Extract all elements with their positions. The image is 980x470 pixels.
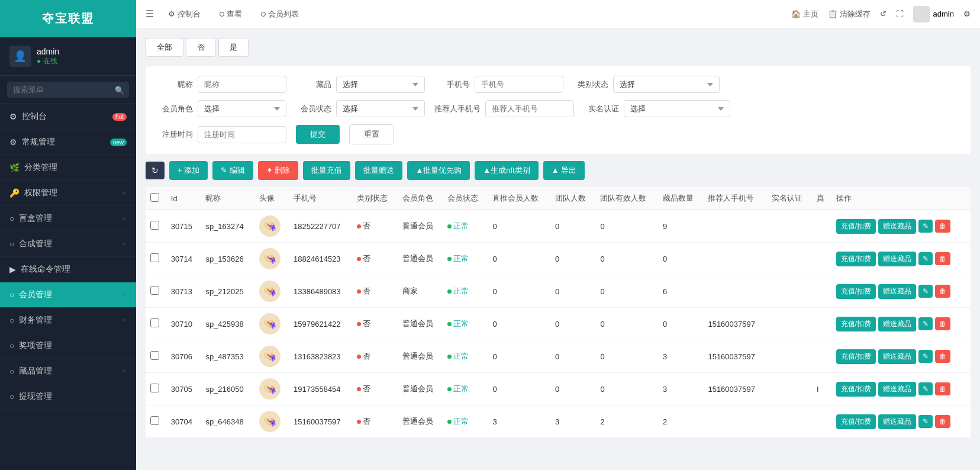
topnav-icon-2[interactable]: ⛶ [896, 9, 904, 18]
referrer-input[interactable] [485, 100, 574, 117]
batch-send-button[interactable]: 批量赠送 [355, 161, 402, 180]
sidebar-item-compose[interactable]: ○合成管理 ＜ [0, 231, 136, 257]
tab-yes[interactable]: 是 [218, 38, 249, 57]
charge-button-6[interactable]: 充值/扣费 [836, 414, 876, 429]
chevron-icon6: ＜ [121, 367, 127, 375]
menu-toggle-icon[interactable]: ☰ [146, 8, 154, 20]
edit-row-button-3[interactable]: ✎ [918, 317, 933, 330]
toolbar: ↻ + 添加 ✎ 编辑 ✦ 删除 批量充值 批量赠送 ▲批量优先购 ▲生成nft… [146, 161, 971, 180]
sidebar-item-category[interactable]: 🌿分类管理 [0, 155, 136, 181]
refresh-button[interactable]: ↻ [146, 162, 165, 179]
cell-id: 30714 [166, 243, 201, 275]
sidebar-item-prize[interactable]: ○奖项管理 [0, 333, 136, 359]
sidebar-item-finance[interactable]: ○财务管理 ＜ [0, 308, 136, 333]
edit-row-button-2[interactable]: ✎ [918, 285, 933, 298]
charge-button-5[interactable]: 充值/扣费 [836, 382, 876, 397]
collection-select[interactable]: 选择 [336, 76, 425, 93]
cell-direct: 0 [488, 340, 550, 373]
cell-action: 充值/扣费 赠送藏品 ✎ 🗑 [831, 373, 971, 405]
edit-button[interactable]: ✎ 编辑 [212, 161, 253, 180]
row-checkbox-6[interactable] [150, 416, 159, 425]
nav-view[interactable]: 查看 [215, 7, 247, 22]
cell-nickname: sp_216050 [201, 373, 254, 405]
cell-team-valid: 0 [595, 275, 658, 308]
sidebar-item-member[interactable]: ○会员管理 ＜ [0, 282, 136, 308]
row-checkbox-5[interactable] [150, 384, 159, 392]
tab-all[interactable]: 全部 [146, 38, 183, 57]
member-icon: ○ [9, 290, 14, 300]
home-button[interactable]: 🏠 主页 [791, 9, 818, 20]
cell-team-valid: 0 [595, 340, 658, 373]
delete-row-button-5[interactable]: 🗑 [935, 382, 950, 395]
edit-row-button-0[interactable]: ✎ [918, 220, 933, 233]
gift-button-0[interactable]: 赠送藏品 [878, 219, 916, 234]
row-checkbox-1[interactable] [150, 253, 159, 262]
delete-row-button-1[interactable]: 🗑 [935, 252, 950, 265]
chevron-icon4: ＜ [121, 291, 127, 299]
charge-button-2[interactable]: 充值/扣费 [836, 284, 876, 299]
reset-button[interactable]: 重置 [349, 124, 394, 144]
regtime-input[interactable] [198, 126, 286, 143]
category-select[interactable]: 选择 [613, 76, 720, 93]
delete-row-button-6[interactable]: 🗑 [935, 415, 950, 428]
row-checkbox-4[interactable] [150, 351, 159, 360]
cell-category: 否 [352, 373, 397, 405]
cell-direct: 0 [488, 243, 550, 275]
badge-hot: hot [112, 113, 127, 121]
gift-button-6[interactable]: 赠送藏品 [878, 414, 916, 429]
delete-row-button-2[interactable]: 🗑 [935, 285, 950, 298]
gift-button-3[interactable]: 赠送藏品 [878, 317, 916, 331]
charge-button-3[interactable]: 充值/扣费 [836, 317, 876, 331]
topnav-icon-1[interactable]: ↺ [880, 9, 886, 18]
cell-role: 普通会员 [398, 373, 443, 405]
generate-button[interactable]: ▲生成nft类别 [475, 161, 538, 180]
charge-button-1[interactable]: 充值/扣费 [836, 252, 876, 266]
role-filter: 会员角色 选择 [157, 100, 286, 117]
topnav: ☰ ⚙ 控制台 查看 会员列表 🏠 主页 📋 清除缓存 [136, 0, 980, 28]
gift-button-2[interactable]: 赠送藏品 [878, 284, 916, 299]
edit-row-button-6[interactable]: ✎ [918, 415, 933, 428]
row-checkbox-2[interactable] [150, 286, 159, 295]
member-status-select[interactable]: 选择 [336, 100, 425, 117]
sidebar-item-general[interactable]: ⚙常规管理 new [0, 130, 136, 155]
batch-recharge-button[interactable]: 批量充值 [303, 161, 350, 180]
role-select[interactable]: 选择 [198, 100, 286, 117]
batch-vip-button[interactable]: ▲批量优先购 [407, 161, 470, 180]
edit-row-button-4[interactable]: ✎ [918, 350, 933, 363]
sidebar-item-online[interactable]: ▶在线命令管理 [0, 257, 136, 282]
sidebar-item-dashboard[interactable]: ⚙控制台 hot [0, 104, 136, 130]
sidebar-item-blindbox[interactable]: ○盲盒管理 ＜ [0, 206, 136, 231]
gift-button-5[interactable]: 赠送藏品 [878, 382, 916, 397]
row-checkbox-0[interactable] [150, 221, 159, 230]
delete-row-button-0[interactable]: 🗑 [935, 220, 950, 233]
edit-row-button-1[interactable]: ✎ [918, 252, 933, 265]
search-input[interactable] [7, 82, 129, 98]
charge-button-0[interactable]: 充值/扣费 [836, 219, 876, 234]
delete-row-button-4[interactable]: 🗑 [935, 350, 950, 363]
gift-button-1[interactable]: 赠送藏品 [878, 252, 916, 266]
sidebar-item-notice[interactable]: ○提现管理 [0, 384, 136, 410]
charge-button-4[interactable]: 充值/扣费 [836, 349, 876, 364]
regtime-label: 注册时间 [157, 129, 193, 140]
edit-row-button-5[interactable]: ✎ [918, 382, 933, 395]
settings-button[interactable]: ⚙ [963, 9, 971, 18]
gift-button-4[interactable]: 赠送藏品 [878, 349, 916, 364]
nickname-input[interactable] [198, 76, 286, 93]
export-button[interactable]: ▲ 导出 [543, 161, 585, 180]
sidebar-item-permission[interactable]: 🔑权限管理 ＜ [0, 181, 136, 206]
clear-cache-button[interactable]: 📋 清除缓存 [828, 9, 871, 20]
delete-button[interactable]: ✦ 删除 [258, 161, 299, 180]
nav-dashboard[interactable]: ⚙ 控制台 [163, 7, 205, 22]
sidebar-item-collection[interactable]: ○藏品管理 ＜ [0, 359, 136, 384]
admin-profile[interactable]: admin [913, 6, 954, 22]
cell-action: 充值/扣费 赠送藏品 ✎ 🗑 [831, 275, 971, 308]
delete-row-button-3[interactable]: 🗑 [935, 317, 950, 330]
realname-select[interactable]: 选择 [624, 100, 730, 117]
tab-no[interactable]: 否 [186, 38, 216, 57]
phone-input[interactable] [475, 76, 563, 93]
submit-button[interactable]: 提交 [296, 125, 340, 144]
row-checkbox-3[interactable] [150, 318, 159, 327]
add-button[interactable]: + 添加 [169, 161, 208, 180]
select-all-checkbox[interactable] [150, 193, 159, 202]
nav-member-list[interactable]: 会员列表 [256, 7, 304, 22]
